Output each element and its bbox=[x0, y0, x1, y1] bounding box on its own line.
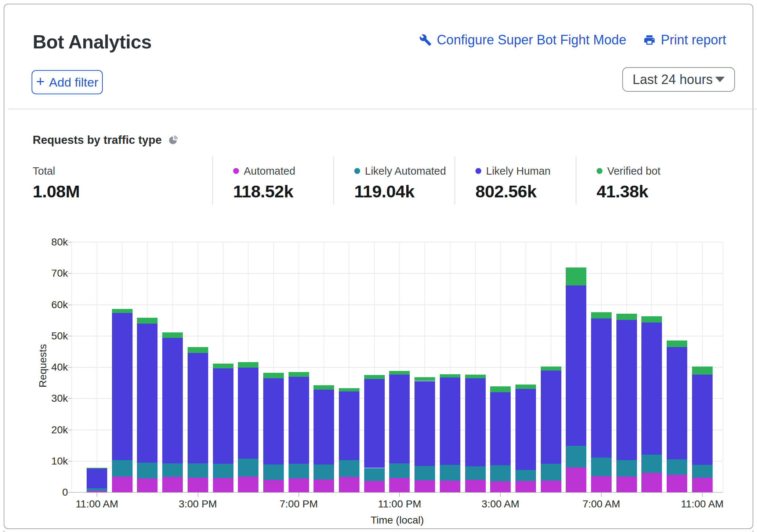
bar-segment-verified-bot[interactable] bbox=[591, 312, 612, 318]
bar-segment-likely-automated[interactable] bbox=[112, 460, 133, 477]
bar-segment-likely-human[interactable] bbox=[112, 313, 133, 460]
bar-segment-likely-automated[interactable] bbox=[137, 463, 157, 478]
bar-segment-likely-automated[interactable] bbox=[616, 460, 637, 477]
bar-segment-verified-bot[interactable] bbox=[692, 367, 713, 375]
bar-segment-automated[interactable] bbox=[213, 478, 233, 492]
bar-segment-likely-automated[interactable] bbox=[515, 470, 536, 481]
bar-segment-likely-automated[interactable] bbox=[641, 455, 662, 473]
bar-segment-automated[interactable] bbox=[692, 478, 713, 492]
bar-segment-automated[interactable] bbox=[414, 480, 435, 492]
bar-segment-likely-automated[interactable] bbox=[566, 446, 586, 467]
bar-segment-likely-human[interactable] bbox=[289, 377, 309, 464]
bar-segment-verified-bot[interactable] bbox=[314, 385, 334, 390]
bar-segment-likely-human[interactable] bbox=[389, 375, 410, 463]
bar-segment-automated[interactable] bbox=[238, 477, 258, 492]
bar-segment-likely-automated[interactable] bbox=[440, 465, 460, 481]
bar-segment-likely-automated[interactable] bbox=[541, 464, 561, 481]
bar-segment-verified-bot[interactable] bbox=[188, 347, 208, 353]
bar-segment-verified-bot[interactable] bbox=[112, 309, 133, 313]
bar-segment-verified-bot[interactable] bbox=[541, 367, 561, 371]
bar-segment-automated[interactable] bbox=[389, 478, 410, 492]
bot-analytics-card: Bot Analytics Configure Super Bot Fight … bbox=[4, 4, 753, 529]
bar-segment-likely-automated[interactable] bbox=[389, 463, 410, 478]
bar-segment-likely-automated[interactable] bbox=[364, 468, 385, 481]
bar-segment-verified-bot[interactable] bbox=[137, 318, 157, 323]
bar-segment-likely-human[interactable] bbox=[188, 353, 208, 463]
bar-segment-likely-human[interactable] bbox=[162, 338, 183, 463]
bar-segment-likely-automated[interactable] bbox=[263, 464, 284, 480]
bar-segment-likely-human[interactable] bbox=[591, 318, 612, 458]
bar-segment-automated[interactable] bbox=[515, 481, 536, 492]
bar-segment-verified-bot[interactable] bbox=[263, 373, 284, 378]
bar-segment-likely-human[interactable] bbox=[440, 378, 460, 465]
bar-segment-verified-bot[interactable] bbox=[364, 375, 385, 379]
bar-segment-verified-bot[interactable] bbox=[641, 316, 662, 323]
bar-segment-verified-bot[interactable] bbox=[339, 388, 359, 391]
bar-segment-verified-bot[interactable] bbox=[616, 314, 637, 320]
bar-segment-verified-bot[interactable] bbox=[490, 386, 511, 392]
bar-segment-likely-automated[interactable] bbox=[465, 466, 486, 480]
bar-segment-verified-bot[interactable] bbox=[465, 375, 486, 378]
bar-segment-likely-automated[interactable] bbox=[591, 458, 612, 476]
bar-segment-likely-automated[interactable] bbox=[692, 465, 713, 478]
bar-segment-likely-human[interactable] bbox=[414, 381, 435, 466]
bar-segment-automated[interactable] bbox=[263, 480, 284, 492]
bar-segment-verified-bot[interactable] bbox=[213, 364, 233, 368]
bar-segment-likely-automated[interactable] bbox=[213, 464, 233, 478]
bar-segment-likely-automated[interactable] bbox=[188, 463, 208, 478]
bar-segment-likely-automated[interactable] bbox=[162, 463, 183, 477]
bar-segment-likely-human[interactable] bbox=[314, 390, 334, 464]
bar-segment-likely-human[interactable] bbox=[137, 324, 157, 463]
bar-segment-likely-automated[interactable] bbox=[667, 459, 687, 475]
bar-segment-likely-human[interactable] bbox=[692, 375, 713, 465]
bar-segment-verified-bot[interactable] bbox=[667, 340, 687, 347]
bar-segment-likely-human[interactable] bbox=[364, 379, 385, 468]
bar-segment-likely-human[interactable] bbox=[465, 378, 486, 466]
bar-segment-likely-human[interactable] bbox=[263, 378, 284, 464]
bar-segment-automated[interactable] bbox=[490, 481, 511, 492]
bar-segment-automated[interactable] bbox=[667, 475, 687, 492]
bar-segment-likely-automated[interactable] bbox=[238, 459, 258, 477]
bar-segment-verified-bot[interactable] bbox=[289, 372, 309, 377]
bar-segment-likely-automated[interactable] bbox=[339, 460, 359, 477]
bar-segment-likely-automated[interactable] bbox=[289, 464, 309, 478]
bar-segment-automated[interactable] bbox=[641, 473, 662, 492]
bar-segment-likely-human[interactable] bbox=[339, 391, 359, 460]
bar-segment-automated[interactable] bbox=[339, 477, 359, 492]
bar-segment-automated[interactable] bbox=[314, 480, 334, 492]
bar-segment-verified-bot[interactable] bbox=[87, 468, 107, 469]
bar-segment-likely-automated[interactable] bbox=[314, 464, 334, 480]
bar-segment-automated[interactable] bbox=[566, 467, 586, 492]
bar-segment-automated[interactable] bbox=[465, 480, 486, 492]
bar-segment-likely-human[interactable] bbox=[238, 368, 258, 459]
bar-segment-likely-human[interactable] bbox=[641, 323, 662, 455]
bar-segment-likely-human[interactable] bbox=[667, 347, 687, 459]
bar-segment-automated[interactable] bbox=[616, 477, 637, 492]
bar-segment-verified-bot[interactable] bbox=[389, 371, 410, 374]
bar-segment-automated[interactable] bbox=[541, 481, 561, 492]
bar-segment-likely-human[interactable] bbox=[213, 368, 233, 464]
bar-segment-automated[interactable] bbox=[440, 481, 460, 492]
bar-segment-verified-bot[interactable] bbox=[566, 267, 586, 285]
bar-segment-likely-automated[interactable] bbox=[87, 488, 107, 491]
bar-segment-verified-bot[interactable] bbox=[515, 385, 536, 389]
bar-segment-likely-human[interactable] bbox=[490, 392, 511, 465]
bar-segment-automated[interactable] bbox=[112, 477, 133, 492]
bar-segment-automated[interactable] bbox=[364, 481, 385, 492]
bar-segment-likely-automated[interactable] bbox=[414, 466, 435, 480]
bar-segment-likely-human[interactable] bbox=[515, 389, 536, 470]
bar-segment-likely-human[interactable] bbox=[87, 469, 107, 488]
bar-segment-automated[interactable] bbox=[289, 478, 309, 492]
bar-segment-likely-human[interactable] bbox=[541, 371, 561, 464]
bar-segment-automated[interactable] bbox=[137, 478, 157, 492]
bar-segment-likely-automated[interactable] bbox=[490, 465, 511, 481]
bar-segment-automated[interactable] bbox=[188, 478, 208, 492]
bar-segment-verified-bot[interactable] bbox=[162, 332, 183, 338]
bar-segment-automated[interactable] bbox=[591, 476, 612, 492]
bar-segment-likely-human[interactable] bbox=[566, 285, 586, 445]
bar-segment-verified-bot[interactable] bbox=[414, 377, 435, 381]
bar-segment-verified-bot[interactable] bbox=[238, 362, 258, 367]
bar-segment-likely-human[interactable] bbox=[616, 320, 637, 460]
bar-segment-verified-bot[interactable] bbox=[440, 374, 460, 378]
bar-segment-automated[interactable] bbox=[162, 477, 183, 492]
